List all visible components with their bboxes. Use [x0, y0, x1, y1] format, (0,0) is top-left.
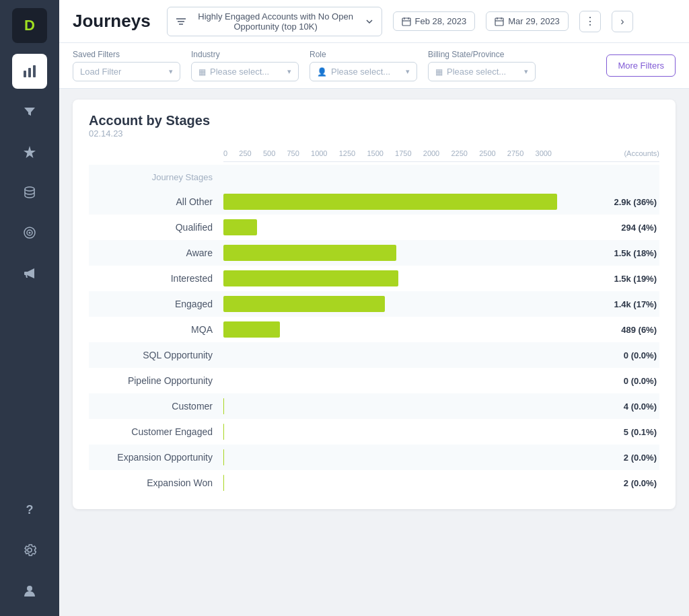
date-to-picker[interactable]: Mar 29, 2023 — [486, 11, 569, 31]
bar-fill — [223, 398, 224, 414]
bar-label: Qualified — [89, 222, 223, 233]
bar-label: Engaged — [89, 299, 223, 309]
saved-filters-caret: ▾ — [169, 67, 173, 76]
app-logo: D — [12, 8, 47, 43]
filter-list-icon — [176, 16, 186, 27]
chart-container: 0 250 500 750 1000 1250 1500 1750 2000 2… — [89, 149, 659, 496]
billing-caret: ▾ — [524, 67, 528, 76]
svg-point-3 — [25, 187, 34, 191]
sidebar-item-database[interactable] — [12, 175, 47, 210]
calendar-icon — [402, 17, 411, 26]
sidebar-item-help[interactable]: ? — [12, 492, 47, 527]
bar-label: Customer — [89, 401, 223, 412]
role-caret: ▾ — [406, 67, 410, 76]
table-row: All Other 2.9k (36%) — [89, 189, 659, 215]
spark-icon — [22, 145, 37, 159]
bar-value: 294 (4%) — [599, 223, 659, 233]
chart-axis-divider — [223, 161, 659, 162]
sidebar-item-spark[interactable] — [12, 134, 47, 169]
help-icon: ? — [26, 503, 34, 517]
bar-value: 2 (0.0%) — [599, 453, 659, 463]
table-row: Engaged 1.4k (17%) — [89, 291, 659, 317]
role-select[interactable]: 👤 Please select... ▾ — [310, 62, 417, 81]
bar-track — [223, 219, 599, 235]
bar-value: 2 (0.0%) — [599, 478, 659, 488]
gear-icon — [23, 543, 36, 557]
sidebar-item-user[interactable] — [12, 573, 47, 608]
sidebar-item-settings[interactable] — [12, 533, 47, 568]
saved-filters-placeholder: Load Filter — [80, 67, 121, 77]
table-row: Customer Engaged 5 (0.1%) — [89, 419, 659, 445]
bar-value: 4 (0.0%) — [599, 401, 659, 412]
industry-select[interactable]: ▦ Please select... ▾ — [191, 62, 299, 81]
logo-letter: D — [24, 17, 35, 34]
bar-track — [223, 424, 599, 440]
bar-track — [223, 398, 599, 414]
bar-fill — [223, 219, 257, 235]
bar-value: 5 (0.1%) — [599, 427, 659, 437]
table-row: Customer 4 (0.0%) — [89, 393, 659, 419]
saved-filters-select[interactable]: Load Filter ▾ — [73, 62, 180, 81]
billing-placeholder: Please select... — [447, 67, 506, 77]
industry-placeholder: Please select... — [210, 67, 269, 77]
saved-filters-group: Saved Filters Load Filter ▾ — [73, 50, 180, 81]
sidebar-item-megaphone[interactable] — [12, 256, 47, 291]
axis-row: 0 250 500 750 1000 1250 1500 1750 2000 2… — [223, 149, 659, 157]
charts-icon — [22, 64, 37, 79]
role-placeholder: Please select... — [331, 67, 390, 77]
bar-fill — [223, 245, 396, 261]
header: Journeys Highly Engaged Accounts with No… — [59, 0, 689, 43]
date-from-picker[interactable]: Feb 28, 2023 — [393, 11, 476, 31]
bar-track — [223, 475, 599, 491]
bar-label: Customer Engaged — [89, 426, 223, 437]
sidebar-item-target[interactable] — [12, 215, 47, 250]
bar-value: 1.5k (18%) — [599, 248, 659, 258]
bar-track — [223, 270, 599, 286]
navigate-forward-button[interactable]: › — [612, 11, 633, 32]
filter-label: Highly Engaged Accounts with No Open Opp… — [190, 11, 361, 32]
ellipsis-icon: ⋮ — [585, 15, 595, 28]
date-to-label: Mar 29, 2023 — [508, 16, 560, 26]
bar-label: All Other — [89, 196, 223, 207]
bar-value: 0 (0.0%) — [599, 376, 659, 386]
billing-select[interactable]: ▦ Please select... ▾ — [428, 62, 536, 81]
date-from-label: Feb 28, 2023 — [415, 16, 467, 26]
bar-fill — [223, 296, 385, 312]
bar-value: 489 (6%) — [599, 325, 659, 335]
user-icon — [22, 583, 37, 598]
svg-rect-2 — [33, 65, 36, 77]
bar-track — [223, 373, 599, 389]
svg-rect-11 — [402, 18, 410, 26]
megaphone-icon — [22, 266, 37, 280]
filter-dropdown-button[interactable]: Highly Engaged Accounts with No Open Opp… — [167, 7, 382, 36]
bar-label: Interested — [89, 273, 223, 284]
target-icon — [22, 225, 37, 240]
svg-rect-1 — [28, 68, 31, 77]
more-filters-button[interactable]: More Filters — [606, 54, 676, 77]
bar-label: SQL Opportunity — [89, 350, 223, 360]
sidebar: D — [0, 0, 59, 616]
database-icon — [22, 185, 37, 200]
content-area: Account by Stages 02.14.23 0 250 500 750… — [59, 89, 689, 616]
bar-track — [223, 296, 599, 312]
billing-label: Billing State/Province — [428, 50, 536, 59]
more-options-button[interactable]: ⋮ — [579, 11, 601, 32]
bar-track — [223, 449, 599, 465]
bar-fill — [223, 424, 224, 440]
sidebar-item-funnel[interactable] — [12, 94, 47, 129]
role-icon: 👤 — [317, 67, 327, 77]
bar-label: Aware — [89, 247, 223, 258]
bar-track — [223, 194, 599, 210]
bar-label: Expansion Won — [89, 477, 223, 488]
bar-track — [223, 245, 599, 261]
journey-stages-label: Journey Stages — [89, 165, 223, 189]
chart-title: Account by Stages — [89, 113, 659, 128]
bar-label: Pipeline Opportunity — [89, 375, 223, 386]
sidebar-item-charts[interactable] — [12, 54, 47, 89]
calendar-to-icon — [495, 17, 504, 26]
section-header-row: Journey Stages — [89, 165, 659, 189]
chart-card: Account by Stages 02.14.23 0 250 500 750… — [73, 100, 676, 509]
bar-label: Expansion Opportunity — [89, 452, 223, 463]
table-row: Expansion Won 2 (0.0%) — [89, 470, 659, 496]
bar-value: 1.4k (17%) — [599, 299, 659, 309]
